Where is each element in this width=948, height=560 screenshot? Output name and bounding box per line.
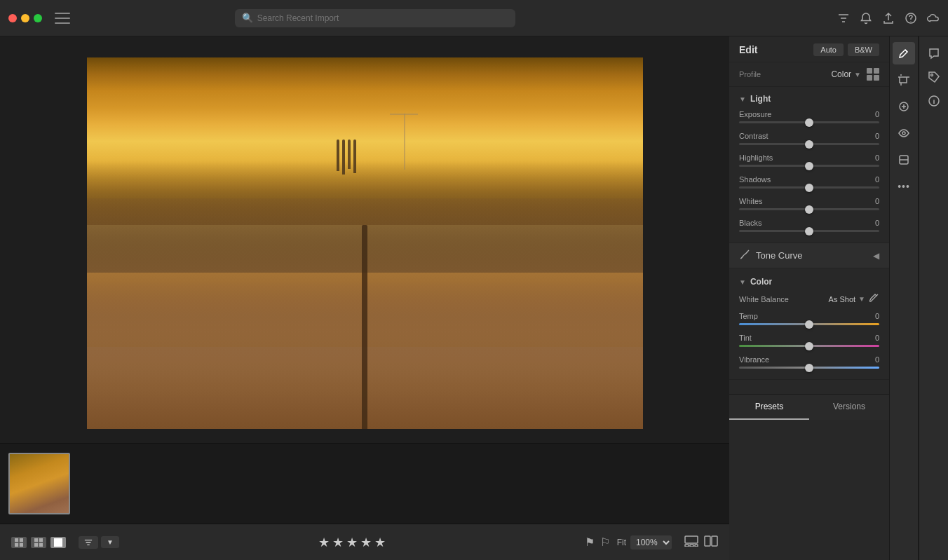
- white-balance-label: White Balance: [739, 295, 789, 303]
- close-button[interactable]: [8, 14, 17, 22]
- contrast-slider-row: Contrast 0: [729, 130, 889, 151]
- light-section-title: Light: [750, 94, 771, 104]
- svg-rect-5: [34, 538, 38, 542]
- highlights-value: 0: [875, 153, 879, 162]
- flag-buttons: ⚑ ⚐: [585, 535, 610, 549]
- grid-view-button[interactable]: [11, 537, 27, 548]
- shadows-slider-row: Shadows 0: [729, 173, 889, 195]
- sort-direction-button[interactable]: ▼: [101, 536, 119, 548]
- comments-icon[interactable]: [923, 42, 945, 64]
- maximize-button[interactable]: [34, 14, 42, 22]
- white-balance-select[interactable]: As Shot ▼: [829, 295, 865, 303]
- whites-thumb[interactable]: [805, 205, 813, 214]
- light-chevron-icon: ▼: [739, 95, 746, 103]
- thumbnail-image: [10, 454, 69, 513]
- sort-button[interactable]: [79, 536, 98, 549]
- filmstrip: [0, 443, 729, 524]
- temp-label: Temp: [739, 312, 758, 320]
- tags-icon[interactable]: [923, 66, 945, 88]
- light-section-header[interactable]: ▼ Light: [729, 91, 889, 108]
- temp-slider-row: Temp 0: [729, 310, 889, 332]
- presets-tab[interactable]: Presets: [729, 395, 809, 420]
- tone-curve-label: Tone Curve: [756, 250, 802, 261]
- svg-rect-13: [695, 545, 698, 547]
- svg-rect-2: [20, 538, 23, 542]
- square-view-button[interactable]: [31, 537, 46, 548]
- star-rating: ★ ★ ★ ★ ★: [126, 535, 578, 550]
- blacks-label: Blacks: [739, 219, 761, 227]
- auto-button[interactable]: Auto: [813, 43, 844, 56]
- more-tools-icon[interactable]: •••: [893, 175, 915, 198]
- edit-tool-icon[interactable]: [893, 42, 915, 64]
- blacks-value: 0: [875, 219, 879, 227]
- edit-panel-header: Edit Auto B&W: [729, 36, 889, 62]
- photo-viewer: [0, 36, 729, 443]
- notification-icon[interactable]: [860, 12, 872, 25]
- tool-icons-column: •••: [889, 36, 919, 560]
- star-5[interactable]: ★: [374, 535, 386, 550]
- vibrance-slider-row: Vibrance 0: [729, 353, 889, 375]
- minimize-button[interactable]: [21, 14, 29, 22]
- star-2[interactable]: ★: [332, 535, 344, 550]
- zoom-select[interactable]: 100% 50% Fit Fill: [630, 535, 672, 549]
- left-area: ▼ ★ ★ ★ ★ ★ ⚑ ⚐ Fit 100% 50% Fit Fill: [0, 36, 729, 560]
- presets-tab-label: Presets: [755, 402, 784, 411]
- exposure-thumb[interactable]: [805, 118, 813, 127]
- filter-icon[interactable]: [837, 12, 850, 25]
- share-icon[interactable]: [882, 12, 895, 25]
- filmstrip-toggle-button[interactable]: [684, 535, 698, 549]
- tint-track: [739, 345, 879, 347]
- cloud-icon[interactable]: [927, 12, 940, 25]
- titlebar: 🔍: [0, 0, 948, 36]
- svg-point-17: [902, 132, 905, 135]
- svg-rect-10: [685, 536, 698, 543]
- help-icon[interactable]: [905, 12, 917, 25]
- eyedropper-icon[interactable]: [869, 293, 879, 305]
- redeye-tool-icon[interactable]: [893, 122, 915, 144]
- highlights-track: [739, 165, 879, 167]
- bottom-toolbar: ▼ ★ ★ ★ ★ ★ ⚑ ⚐ Fit 100% 50% Fit Fill: [0, 524, 729, 560]
- exposure-slider-row: Exposure 0: [729, 108, 889, 130]
- single-view-button[interactable]: [50, 537, 66, 548]
- star-1[interactable]: ★: [318, 535, 330, 550]
- whites-label: Whites: [739, 197, 763, 205]
- mask-tool-icon[interactable]: [893, 149, 915, 171]
- blacks-track: [739, 230, 879, 232]
- reject-button[interactable]: ⚐: [600, 535, 610, 549]
- contrast-thumb[interactable]: [805, 140, 813, 149]
- tint-thumb[interactable]: [805, 342, 813, 350]
- profile-grid-icon[interactable]: [867, 68, 879, 81]
- crop-tool-icon[interactable]: [893, 69, 915, 91]
- filmstrip-thumbnail[interactable]: [8, 453, 70, 514]
- blacks-thumb[interactable]: [805, 227, 813, 235]
- shadows-thumb[interactable]: [805, 184, 813, 192]
- info-icon[interactable]: [923, 90, 945, 112]
- search-bar[interactable]: 🔍: [235, 9, 515, 27]
- flag-button[interactable]: ⚑: [585, 535, 595, 549]
- svg-rect-11: [685, 545, 689, 547]
- temp-thumb[interactable]: [805, 320, 813, 329]
- versions-tab[interactable]: Versions: [809, 395, 889, 420]
- zoom-controls: Fit 100% 50% Fit Fill: [617, 535, 672, 549]
- sidebar-toggle-button[interactable]: [55, 13, 70, 24]
- vibrance-track: [739, 367, 879, 369]
- tone-curve-left: Tone Curve: [739, 249, 802, 262]
- highlights-label: Highlights: [739, 153, 773, 162]
- view-mode-buttons: [11, 537, 66, 548]
- star-4[interactable]: ★: [360, 535, 372, 550]
- whites-slider-row: Whites 0: [729, 195, 889, 217]
- color-section-header[interactable]: ▼ Color: [729, 273, 889, 291]
- tone-curve-row[interactable]: Tone Curve ◀: [729, 243, 889, 268]
- healing-tool-icon[interactable]: [893, 95, 915, 118]
- profile-value-text: Color: [831, 69, 851, 79]
- main-photo[interactable]: [87, 57, 643, 429]
- highlights-thumb[interactable]: [805, 162, 813, 170]
- split-view-button[interactable]: [704, 535, 718, 549]
- right-icons-strip: [919, 36, 948, 560]
- vibrance-thumb[interactable]: [805, 364, 813, 372]
- star-3[interactable]: ★: [346, 535, 358, 550]
- contrast-label: Contrast: [739, 132, 768, 140]
- profile-value[interactable]: Color ▼: [831, 69, 861, 79]
- search-input[interactable]: [257, 13, 508, 23]
- bw-button[interactable]: B&W: [848, 43, 879, 56]
